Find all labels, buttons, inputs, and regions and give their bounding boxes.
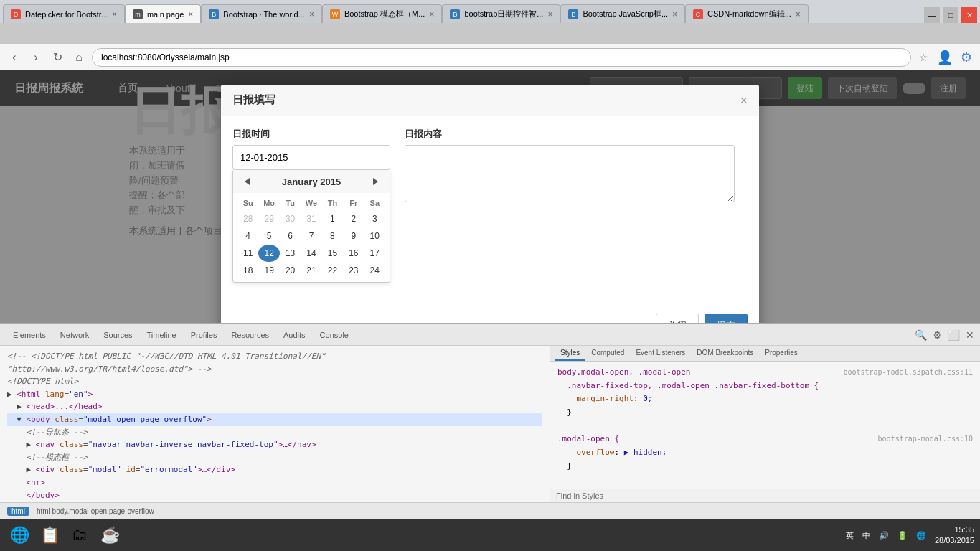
date-input[interactable] bbox=[232, 145, 390, 169]
day-30-prev[interactable]: 30 bbox=[280, 210, 301, 227]
tab-close-6[interactable]: × bbox=[672, 9, 677, 19]
devtools-tab-resources[interactable]: Resources bbox=[224, 328, 276, 342]
day-3[interactable]: 3 bbox=[364, 210, 385, 227]
day-15[interactable]: 15 bbox=[322, 245, 343, 262]
taskbar-app2[interactable]: 📋 bbox=[36, 522, 63, 549]
taskbar-app4[interactable]: ☕ bbox=[96, 522, 123, 549]
day-21[interactable]: 21 bbox=[301, 262, 321, 279]
day-14[interactable]: 14 bbox=[301, 245, 321, 262]
tab-bs-date[interactable]: B bootstrap日期控件被... × bbox=[442, 4, 560, 23]
html-line-6-selected[interactable]: ▼ <body class="modal-open page-overflow"… bbox=[7, 413, 542, 426]
day-20[interactable]: 20 bbox=[280, 262, 301, 279]
modal-close-button[interactable]: × bbox=[740, 94, 748, 107]
weekday-fr: Fr bbox=[343, 196, 364, 210]
html-line-12: </body> bbox=[7, 489, 542, 502]
devtools-icons-right: 🔍 ⚙ ⬜ ✕ bbox=[915, 329, 974, 341]
tab-bootstrap[interactable]: B Bootstrap · The world... × bbox=[201, 4, 322, 23]
day-29-prev[interactable]: 29 bbox=[258, 210, 279, 227]
datepicker-prev-button[interactable] bbox=[240, 174, 254, 189]
devtools-settings-icon[interactable]: ⚙ bbox=[933, 329, 942, 341]
app4-icon: ☕ bbox=[100, 526, 120, 545]
devtools-tab-timeline[interactable]: Timeline bbox=[140, 328, 184, 342]
day-18[interactable]: 18 bbox=[237, 262, 258, 279]
day-22[interactable]: 22 bbox=[322, 262, 343, 279]
day-24[interactable]: 24 bbox=[364, 262, 385, 279]
tab-datepicker[interactable]: D Datepicker for Bootstr... × bbox=[3, 4, 125, 23]
datepicker-next-button[interactable] bbox=[369, 174, 382, 189]
day-17[interactable]: 17 bbox=[364, 245, 385, 262]
user-icon[interactable]: 👤 bbox=[937, 50, 953, 65]
day-10[interactable]: 10 bbox=[364, 227, 385, 245]
tab-label-3: Bootstrap · The world... bbox=[223, 10, 305, 19]
css-selector-1: body.modal-open, .modal-open bbox=[557, 367, 690, 377]
devtools-tab-network[interactable]: Network bbox=[53, 328, 96, 342]
day-28-prev[interactable]: 28 bbox=[237, 210, 258, 227]
day-11[interactable]: 11 bbox=[237, 245, 258, 262]
devtools-tab-console[interactable]: Console bbox=[313, 328, 356, 342]
url-input[interactable] bbox=[92, 48, 911, 67]
css-value-2: ▶ hidden; bbox=[624, 448, 667, 457]
tab-mainpage[interactable]: m main page × bbox=[125, 4, 201, 23]
tab-favicon-6: B bbox=[568, 9, 578, 19]
devtools-tab-profiles[interactable]: Profiles bbox=[184, 328, 225, 342]
chrome-icon[interactable]: ⚙ bbox=[958, 50, 974, 65]
home-button[interactable]: ⌂ bbox=[70, 49, 88, 66]
event-listeners-tab[interactable]: Event Listeners bbox=[630, 346, 691, 361]
dom-breakpoints-tab[interactable]: DOM Breakpoints bbox=[691, 346, 759, 361]
address-bar: ‹ › ↻ ⌂ ☆ 👤 ⚙ bbox=[0, 44, 980, 70]
find-styles-bar[interactable]: Find in Styles bbox=[550, 489, 980, 502]
day-13[interactable]: 13 bbox=[280, 245, 301, 262]
tab-close-2[interactable]: × bbox=[188, 9, 193, 19]
content-textarea[interactable] bbox=[405, 145, 735, 202]
back-button[interactable]: ‹ bbox=[6, 49, 23, 66]
day-6[interactable]: 6 bbox=[280, 227, 301, 245]
taskbar-app3[interactable]: 🗂 bbox=[66, 522, 93, 549]
close-button[interactable]: ✕ bbox=[961, 7, 977, 23]
properties-tab[interactable]: Properties bbox=[759, 346, 804, 361]
devtools-tab-elements[interactable]: Elements bbox=[6, 328, 53, 342]
close-modal-button[interactable]: 关闭 bbox=[656, 314, 699, 323]
modal-footer: 关闭 提交 bbox=[221, 306, 759, 323]
day-4[interactable]: 4 bbox=[237, 227, 258, 245]
tab-bs-modal[interactable]: W Bootstrap 模态框（M... × bbox=[322, 4, 443, 23]
submit-button[interactable]: 提交 bbox=[705, 314, 748, 323]
devtools-tab-sources[interactable]: Sources bbox=[96, 328, 139, 342]
reload-button[interactable]: ↻ bbox=[49, 49, 66, 66]
day-12-selected[interactable]: 12 bbox=[258, 245, 279, 262]
minimize-button[interactable]: — bbox=[924, 7, 940, 23]
computed-tab[interactable]: Computed bbox=[585, 346, 630, 361]
tab-close-1[interactable]: × bbox=[112, 9, 117, 19]
taskbar-chrome[interactable]: 🌐 bbox=[6, 522, 33, 549]
devtools-tab-audits[interactable]: Audits bbox=[276, 328, 313, 342]
tab-csdn[interactable]: C CSDN-markdown编辑... × bbox=[685, 4, 809, 23]
day-31-prev[interactable]: 31 bbox=[301, 210, 321, 227]
main-content: 日报周报系统 首页 About Contact 登陆 下次自动登陆 注册 日报 … bbox=[0, 70, 980, 323]
day-23[interactable]: 23 bbox=[343, 262, 364, 279]
html-line-8: ▶ <nav class="navbar navbar-inverse navb… bbox=[7, 438, 542, 451]
devtools-tabs: Elements Network Sources Timeline Profil… bbox=[0, 324, 980, 346]
forward-button[interactable]: › bbox=[27, 49, 44, 66]
maximize-button[interactable]: □ bbox=[943, 7, 958, 23]
devtools-dock-icon[interactable]: ⬜ bbox=[948, 329, 960, 341]
day-19[interactable]: 19 bbox=[258, 262, 279, 279]
day-8[interactable]: 8 bbox=[322, 227, 343, 245]
devtools-search-icon[interactable]: 🔍 bbox=[915, 329, 927, 341]
tab-close-3[interactable]: × bbox=[309, 9, 314, 19]
day-2[interactable]: 2 bbox=[343, 210, 364, 227]
day-16[interactable]: 16 bbox=[343, 245, 364, 262]
day-1[interactable]: 1 bbox=[322, 210, 343, 227]
day-7[interactable]: 7 bbox=[301, 227, 321, 245]
taskbar-volume-icon: 🔊 bbox=[879, 531, 889, 540]
styles-tab[interactable]: Styles bbox=[555, 346, 585, 361]
tab-bs-js[interactable]: B Bootstrap JavaScrip框... × bbox=[560, 4, 685, 23]
bookmark-star-icon[interactable]: ☆ bbox=[915, 50, 931, 65]
weekday-sa: Sa bbox=[364, 196, 385, 210]
tab-close-5[interactable]: × bbox=[547, 9, 552, 19]
css-source-1: bootstrap-modal.s3patch.css:11 bbox=[843, 366, 973, 378]
devtools-close-icon[interactable]: ✕ bbox=[966, 329, 974, 341]
taskbar-zh-icon: 中 bbox=[862, 530, 870, 541]
day-5[interactable]: 5 bbox=[258, 227, 279, 245]
tab-close-7[interactable]: × bbox=[796, 9, 801, 19]
day-9[interactable]: 9 bbox=[343, 227, 364, 245]
tab-close-4[interactable]: × bbox=[429, 9, 434, 19]
